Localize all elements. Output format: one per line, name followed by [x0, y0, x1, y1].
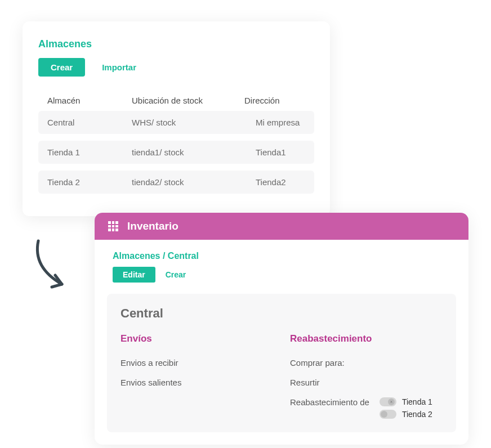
comprar-para: Comprar para: — [290, 358, 443, 368]
cell-location: tienda1/ stock — [132, 147, 256, 157]
cell-name: Central — [47, 118, 132, 127]
inventory-card: Inventario Almacenes / Central Editar Cr… — [95, 213, 468, 445]
table-header: Almacén Ubicación de stock Dirección — [38, 93, 314, 111]
toggle-tienda2[interactable] — [380, 410, 396, 419]
header-address: Dirección — [244, 96, 305, 105]
import-link[interactable]: Importar — [102, 62, 136, 72]
header-location: Ubicación de stock — [132, 96, 244, 105]
panel-title: Central — [120, 306, 443, 321]
toggle-tienda2-label: Tienda 2 — [402, 410, 432, 419]
envios-heading: Envíos — [120, 333, 273, 344]
create-button[interactable]: Crear — [38, 58, 85, 77]
table-row[interactable]: Tienda 1 tienda1/ stock Tienda1 — [38, 141, 314, 164]
reab-heading: Reabastecimiento — [290, 333, 443, 344]
toggle-tienda1[interactable]: x — [380, 397, 396, 406]
resurtir: Resurtir — [290, 378, 443, 387]
cell-address: Tienda2 — [256, 177, 305, 187]
cell-location: tienda2/ stock — [132, 177, 256, 187]
warehouses-title: Almacenes — [38, 38, 314, 50]
toggle-tienda1-label: Tienda 1 — [402, 397, 432, 406]
toggle-knob — [381, 411, 387, 418]
apps-grid-icon[interactable] — [108, 221, 118, 231]
inventory-header-title: Inventario — [127, 220, 178, 232]
table-row[interactable]: Central WHS/ stock Mi empresa — [38, 111, 314, 134]
cell-name: Tienda 2 — [47, 177, 132, 187]
breadcrumb[interactable]: Almacenes / Central — [95, 240, 468, 261]
cell-name: Tienda 1 — [47, 147, 132, 157]
table-row[interactable]: Tienda 2 tienda2/ stock Tienda2 — [38, 171, 314, 194]
warehouses-card: Almacenes Crear Importar Almacén Ubicaci… — [23, 21, 330, 216]
envios-column: Envíos Envios a recibir Envios salientes — [120, 333, 273, 419]
cell-address: Tienda1 — [256, 147, 305, 157]
cell-location: WHS/ stock — [132, 118, 256, 127]
edit-button[interactable]: Editar — [113, 267, 155, 283]
detail-toolbar: Editar Crear — [95, 261, 468, 294]
inventory-header: Inventario — [95, 213, 468, 240]
reabastecimiento-column: Reabastecimiento Comprar para: Resurtir … — [290, 333, 443, 419]
toggle-tienda1-row: x Tienda 1 — [380, 397, 432, 406]
cell-address: Mi empresa — [256, 118, 305, 127]
header-warehouse: Almacén — [47, 96, 132, 105]
envios-recibir: Envios a recibir — [120, 358, 273, 368]
arrow-icon — [28, 236, 84, 301]
detail-panel: Central Envíos Envios a recibir Envios s… — [107, 294, 456, 432]
toggle-tienda2-row: Tienda 2 — [380, 410, 432, 419]
create-link[interactable]: Crear — [166, 270, 186, 279]
reab-de-label: Reabastecimiento de — [290, 397, 369, 407]
envios-salientes: Envios salientes — [120, 378, 273, 387]
warehouses-toolbar: Crear Importar — [38, 58, 314, 77]
toggle-knob: x — [388, 398, 395, 405]
